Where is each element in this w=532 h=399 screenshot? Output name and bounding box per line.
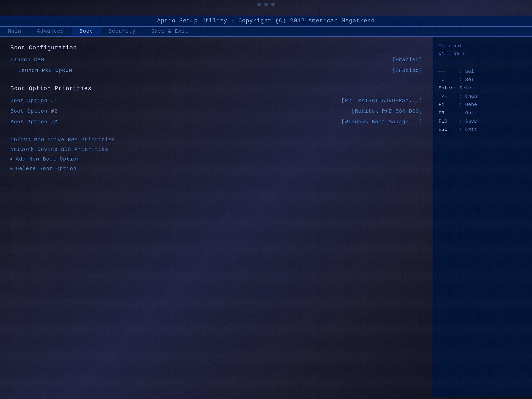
key-help: →← : Sel ↑↓ : Sel Enter: Sele +/- : Chan <box>438 69 527 132</box>
arrow-add: ► <box>10 157 13 162</box>
left-panel: Boot Configuration Launch CSM [Enabled] … <box>0 37 433 397</box>
key-desc-2: Sele <box>459 85 471 91</box>
key-row-f1: F1 : Gene <box>438 102 527 108</box>
bios-screen: Aptio Setup Utility - Copyright (C) 2012… <box>0 0 532 399</box>
key-row-esc: ESC : Exit <box>438 127 527 132</box>
add-boot-option-item[interactable]: ► Add New Boot Option <box>10 156 422 162</box>
cdvd-priorities-item[interactable]: CD/DVD ROM Drive BBS Priorities <box>10 137 422 143</box>
key-row-f9: F9 : Opt. <box>438 110 527 116</box>
boot-option-1-row[interactable]: Boot Option #1 [P2: MATSHITADVD-RAM...] <box>10 97 422 104</box>
key-plusminus: +/- <box>438 94 459 99</box>
key-esc: ESC <box>438 127 459 132</box>
launch-csm-value: [Enabled] <box>392 57 422 63</box>
help-text: This optwill be l <box>438 42 527 58</box>
key-desc-3: : Chan <box>459 94 477 99</box>
launch-pxe-value: [Enabled] <box>392 68 422 74</box>
key-row-plusminus: +/- : Chan <box>438 94 527 99</box>
key-row-f10: F10 : Save <box>438 118 527 124</box>
tab-boot[interactable]: Boot <box>72 27 101 36</box>
section2-header: Boot Option Priorities <box>10 85 422 92</box>
dot-1 <box>257 3 261 6</box>
key-f1: F1 <box>438 102 459 108</box>
right-panel: This optwill be l →← : Sel ↑↓ : Sel Ente… <box>433 37 532 397</box>
key-desc-5: : Opt. <box>459 110 477 116</box>
launch-pxe-label: Launch PXE OpROM <box>10 68 72 74</box>
boot-option-3-label: Boot Option #3 <box>10 119 58 125</box>
network-priorities-item[interactable]: Network Device BBS Priorities <box>10 147 422 152</box>
boot-option-2-label: Boot Option #2 <box>10 108 58 114</box>
launch-csm-label: Launch CSM <box>10 57 44 63</box>
key-arrows-ud: ↑↓ <box>438 77 459 83</box>
key-row-arrows-lr: →← : Sel <box>438 69 527 74</box>
boot-option-2-row[interactable]: Boot Option #2 [Realtek PXE B04 D00] <box>10 108 422 115</box>
separator-1 <box>10 78 422 85</box>
boot-option-1-label: Boot Option #1 <box>10 98 58 104</box>
help-divider <box>438 63 527 63</box>
key-desc-1: : Sel <box>459 77 474 83</box>
key-desc-0: : Sel <box>459 69 474 74</box>
boot-option-3-row[interactable]: Boot Option #3 [Windows Boot Manage...] <box>10 118 422 125</box>
arrow-delete: ► <box>10 167 13 171</box>
key-arrows-lr: →← <box>438 69 459 74</box>
delete-boot-option-item[interactable]: ► Delete Boot Option <box>10 166 422 172</box>
boot-option-3-value: [Windows Boot Manage...] <box>341 119 422 125</box>
key-desc-4: : Gene <box>459 102 477 108</box>
boot-option-2-value: [Realtek PXE B04 D00] <box>351 108 422 114</box>
tab-security[interactable]: Security <box>101 27 143 36</box>
top-decoration <box>257 3 275 6</box>
key-row-arrows-ud: ↑↓ : Sel <box>438 77 527 83</box>
tab-save-exit[interactable]: Save & Exit <box>143 27 196 36</box>
boot-option-1-value: [P2: MATSHITADVD-RAM...] <box>341 98 422 104</box>
main-content: Boot Configuration Launch CSM [Enabled] … <box>0 37 532 397</box>
section1-header: Boot Configuration <box>10 45 422 51</box>
key-f10: F10 <box>438 118 459 124</box>
dot-3 <box>271 3 275 6</box>
tab-main[interactable]: Main <box>0 27 29 36</box>
key-f9: F9 <box>438 110 459 116</box>
key-enter: Enter: <box>438 85 459 91</box>
key-row-enter: Enter: Sele <box>438 85 527 91</box>
tab-advanced[interactable]: Advanced <box>29 27 72 36</box>
key-desc-7: : Exit <box>459 127 477 132</box>
dot-2 <box>264 3 268 6</box>
bios-container: Aptio Setup Utility - Copyright (C) 2012… <box>0 16 532 399</box>
separator-2 <box>10 129 422 137</box>
key-desc-6: : Save <box>459 118 477 124</box>
launch-pxe-row[interactable]: Launch PXE OpROM [Enabled] <box>10 67 422 74</box>
launch-csm-row[interactable]: Launch CSM [Enabled] <box>10 56 422 63</box>
title-text: Aptio Setup Utility - Copyright (C) 2012… <box>157 18 375 24</box>
tab-bar: Main Advanced Boot Security Save & Exit <box>0 27 532 37</box>
title-bar: Aptio Setup Utility - Copyright (C) 2012… <box>0 16 532 27</box>
